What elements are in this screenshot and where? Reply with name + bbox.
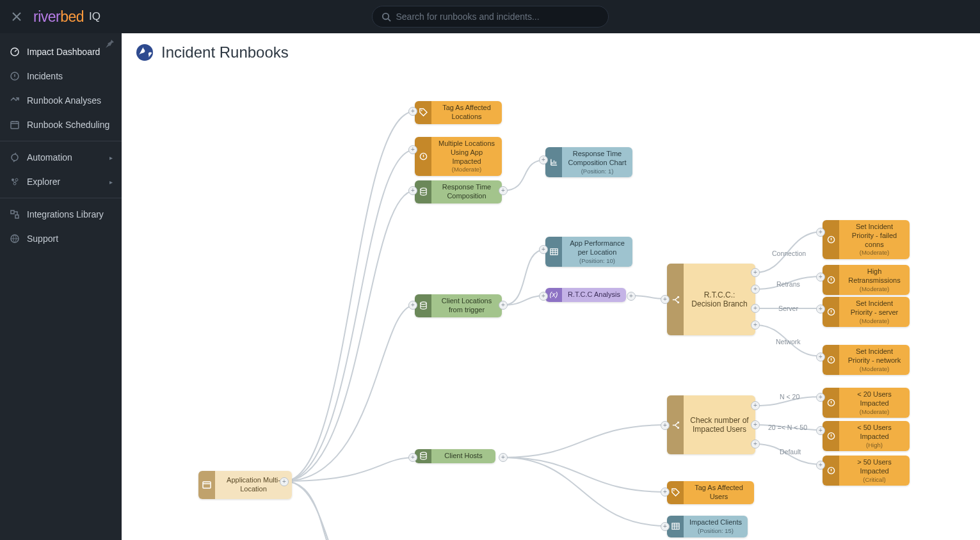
svg-point-17 bbox=[420, 452, 426, 455]
sidebar-item-label: Runbook Analyses bbox=[27, 95, 101, 106]
node-sub: (Moderate) bbox=[844, 408, 904, 416]
port-in[interactable]: + bbox=[408, 186, 417, 195]
port-in[interactable]: + bbox=[408, 145, 417, 154]
port-in[interactable]: + bbox=[816, 353, 825, 361]
logo-part2: bed bbox=[60, 8, 84, 25]
sidebar-item-support[interactable]: Support bbox=[0, 226, 122, 251]
search-input[interactable] bbox=[396, 12, 599, 22]
node-tag-locations[interactable]: Tag As Affected Locations bbox=[415, 101, 502, 124]
sidebar-item-integrations[interactable]: Integrations Library bbox=[0, 202, 122, 226]
node-title: Impacted Clients bbox=[689, 518, 743, 527]
sidebar-item-runbook-scheduling[interactable]: Runbook Scheduling bbox=[0, 113, 122, 137]
sidebar-item-label: Runbook Scheduling bbox=[27, 120, 109, 130]
runbook-canvas[interactable]: Application Multi-Location + Tag As Affe… bbox=[122, 72, 980, 540]
sidebar-item-explorer[interactable]: Explorer ▸ bbox=[0, 170, 122, 194]
node-client-loc-trigger[interactable]: Client Locations from trigger bbox=[415, 294, 502, 317]
sidebar: Impact Dashboard Incidents Runbook Analy… bbox=[0, 33, 122, 540]
node-high-retrans[interactable]: High Retransmissions(Moderate) bbox=[823, 265, 910, 295]
node-title: < 50 Users Impacted bbox=[844, 424, 904, 441]
port-in[interactable]: + bbox=[816, 273, 825, 282]
port-in[interactable]: + bbox=[816, 393, 825, 402]
node-app-multi-location[interactable]: Application Multi-Location bbox=[198, 471, 292, 499]
port-in[interactable]: + bbox=[661, 421, 670, 430]
port-out[interactable]: + bbox=[751, 285, 760, 294]
sidebar-item-incidents[interactable]: Incidents bbox=[0, 64, 122, 88]
node-rtcc-decision[interactable]: R.T.C.C.: Decision Branch bbox=[667, 264, 755, 335]
port-in[interactable]: + bbox=[816, 305, 825, 314]
port-out[interactable]: + bbox=[751, 420, 760, 429]
port-in[interactable]: + bbox=[816, 228, 825, 237]
svg-rect-8 bbox=[11, 210, 14, 214]
node-lt50-users[interactable]: < 50 Users Impacted(High) bbox=[823, 421, 910, 451]
runbook-globe-icon bbox=[136, 44, 154, 61]
node-lt20-users[interactable]: < 20 Users Impacted(Moderate) bbox=[823, 388, 910, 418]
port-in[interactable]: + bbox=[816, 461, 825, 470]
node-resp-time-comp[interactable]: Response Time Composition bbox=[415, 180, 502, 203]
branch-label: 20 =< N < 50 bbox=[768, 424, 807, 431]
node-resp-time-chart[interactable]: Response Time Composition Chart(Position… bbox=[545, 147, 632, 177]
close-icon bbox=[12, 12, 21, 21]
port-out[interactable]: + bbox=[751, 268, 760, 277]
port-in[interactable]: + bbox=[816, 426, 825, 435]
branch-label: Server bbox=[778, 305, 798, 312]
node-set-pri-server[interactable]: Set Incident Priority - server(Moderate) bbox=[823, 297, 910, 327]
node-impacted-clients[interactable]: Impacted Clients(Position: 15) bbox=[667, 516, 748, 537]
node-sub: (Moderate) bbox=[844, 365, 904, 373]
node-sub: (Critical) bbox=[844, 476, 904, 484]
node-check-users[interactable]: Check number of Impacted Users bbox=[667, 395, 755, 454]
support-icon bbox=[9, 233, 20, 244]
port-in[interactable]: + bbox=[408, 107, 417, 116]
search-bar[interactable] bbox=[372, 6, 609, 28]
port-in[interactable]: + bbox=[539, 155, 548, 164]
app-logo[interactable]: riverbed IQ bbox=[33, 8, 100, 26]
port-out[interactable]: + bbox=[751, 321, 760, 330]
port-in[interactable]: + bbox=[408, 301, 417, 310]
node-sub: (Position: 15) bbox=[689, 527, 743, 535]
page-header: Incident Runbooks bbox=[122, 33, 980, 68]
node-tag-users[interactable]: Tag As Affected Users bbox=[667, 481, 754, 504]
window-icon bbox=[198, 471, 215, 499]
port-out[interactable]: + bbox=[499, 453, 508, 462]
port-in[interactable]: + bbox=[408, 453, 417, 462]
port-in[interactable]: + bbox=[661, 522, 670, 531]
node-set-pri-failed[interactable]: Set Incident Priority - failed conns(Mod… bbox=[823, 220, 910, 259]
alert-circle-icon bbox=[415, 137, 431, 176]
node-rtcc-analysis[interactable]: (x) R.T.C.C Analysis bbox=[545, 288, 626, 302]
logo-suffix: IQ bbox=[89, 10, 100, 23]
sidebar-item-impact-dashboard[interactable]: Impact Dashboard bbox=[0, 40, 122, 64]
node-multi-loc-impacted[interactable]: Multiple Locations Using App Impacted(Mo… bbox=[415, 137, 502, 176]
port-out[interactable]: + bbox=[751, 304, 760, 313]
node-title: Set Incident Priority - failed conns bbox=[844, 223, 904, 249]
sidebar-item-label: Support bbox=[27, 234, 58, 244]
node-client-hosts[interactable]: Client Hosts bbox=[415, 449, 495, 463]
port-in[interactable]: + bbox=[539, 292, 548, 301]
alert-icon bbox=[9, 70, 20, 82]
node-title: High Retransmissions bbox=[844, 267, 904, 285]
node-app-perf-loc[interactable]: App Performance per Location(Position: 1… bbox=[545, 237, 632, 267]
port-out[interactable]: + bbox=[499, 186, 508, 195]
sidebar-item-automation[interactable]: Automation ▸ bbox=[0, 145, 122, 170]
port-out[interactable]: + bbox=[627, 292, 636, 301]
node-sub: (Moderate) bbox=[437, 166, 497, 173]
sidebar-item-label: Impact Dashboard bbox=[27, 47, 100, 57]
sidebar-item-runbook-analyses[interactable]: Runbook Analyses bbox=[0, 88, 122, 113]
branch-label: Default bbox=[780, 448, 801, 456]
svg-point-6 bbox=[15, 179, 18, 181]
node-sub: (Moderate) bbox=[844, 249, 904, 257]
node-set-pri-network[interactable]: Set Incident Priority - network(Moderate… bbox=[823, 345, 910, 375]
port-out[interactable]: + bbox=[499, 301, 508, 310]
port-out[interactable]: + bbox=[751, 440, 760, 449]
node-gt50-users[interactable]: > 50 Users Impacted(Critical) bbox=[823, 456, 910, 486]
branch-label: Network bbox=[776, 338, 801, 345]
port-out[interactable]: + bbox=[280, 477, 289, 486]
port-in[interactable]: + bbox=[661, 295, 670, 304]
port-in[interactable]: + bbox=[661, 488, 670, 496]
alert-circle-icon bbox=[823, 297, 839, 327]
port-in[interactable]: + bbox=[539, 245, 548, 254]
port-out[interactable]: + bbox=[751, 401, 760, 410]
node-title: Client Hosts bbox=[437, 452, 490, 461]
close-button[interactable] bbox=[8, 8, 26, 26]
sidebar-item-label: Automation bbox=[27, 152, 72, 163]
svg-point-26 bbox=[673, 490, 674, 491]
alert-circle-icon bbox=[823, 265, 839, 295]
